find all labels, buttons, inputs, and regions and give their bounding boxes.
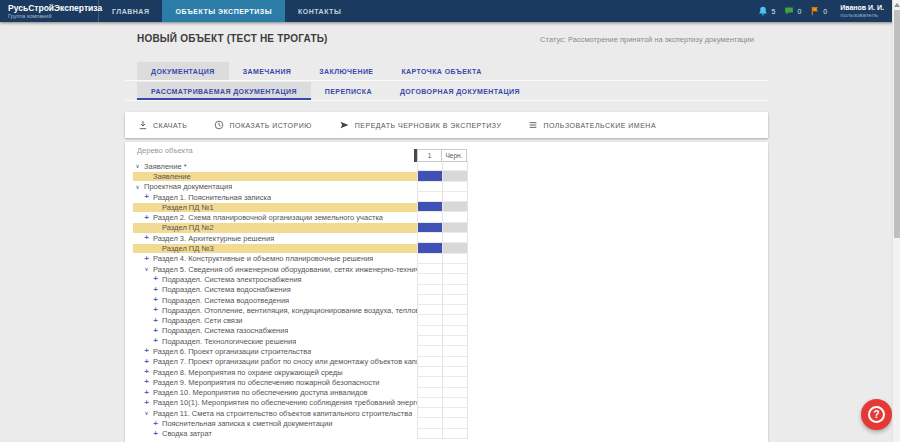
- tree-row[interactable]: +Раздел 10. Мероприятия по обеспечению д…: [125, 388, 768, 398]
- tree-row[interactable]: Раздел ПД №2: [125, 223, 768, 233]
- tab-correspondence[interactable]: ПЕРЕПИСКА: [311, 82, 386, 100]
- plus-icon[interactable]: +: [151, 336, 160, 346]
- messages-badge[interactable]: 0: [784, 6, 801, 16]
- plus-icon[interactable]: +: [142, 398, 151, 408]
- chevron-down-icon[interactable]: ∨: [142, 264, 151, 274]
- tree-row[interactable]: +Раздел 1. Пояснительная записка: [125, 192, 768, 202]
- tree-row[interactable]: +Раздел 9. Мероприятия по обеспечению по…: [125, 377, 768, 387]
- version-1-cell[interactable]: [417, 202, 442, 212]
- scroll-up-icon[interactable]: [894, 3, 900, 7]
- nav-item-expertise-objects[interactable]: ОБЪЕКТЫ ЭКСПЕРТИЗЫ: [162, 0, 285, 22]
- tree-row[interactable]: ∨Проектная документация: [125, 182, 768, 192]
- tree-row-content: Раздел ПД №1: [125, 202, 417, 212]
- tree-row[interactable]: +Подраздел. Система водоотведения: [125, 295, 768, 305]
- nav-item-home[interactable]: ГЛАВНАЯ: [99, 0, 162, 22]
- plus-icon[interactable]: +: [151, 295, 160, 305]
- tree-row-content: +Раздел 2. Схема планировочной организац…: [125, 212, 417, 222]
- tree-row[interactable]: ∨Заявление *: [125, 161, 768, 171]
- vertical-scrollbar[interactable]: [892, 0, 900, 442]
- scrollbar-thumb[interactable]: [894, 10, 900, 238]
- tree-item-label: Раздел 7. Проект организации работ по сн…: [151, 357, 417, 366]
- help-button[interactable]: ?: [861, 399, 892, 430]
- tree-row-content: +Раздел 9. Мероприятия по обеспечению по…: [125, 377, 417, 387]
- tab-object-card[interactable]: КАРТОЧКА ОБЪЕКТА: [387, 62, 495, 80]
- plus-icon[interactable]: +: [142, 388, 151, 398]
- tree-row[interactable]: +Подраздел. Система электроснабжения: [125, 274, 768, 284]
- tree-row[interactable]: +Подраздел. Сети связи: [125, 315, 768, 325]
- plus-icon[interactable]: +: [151, 429, 160, 439]
- tree-row[interactable]: Раздел ПД №3: [125, 243, 768, 253]
- tree-row[interactable]: +Пояснительная записка к сметной докумен…: [125, 418, 768, 428]
- tree-row[interactable]: +Раздел 7. Проект организации работ по с…: [125, 357, 768, 367]
- draft-cell: [442, 418, 468, 428]
- tree-row-content: ∨Раздел 11. Смета на строительство объек…: [125, 408, 417, 418]
- tree-item-label: Подраздел. Технологические решения: [160, 337, 296, 346]
- plus-icon[interactable]: +: [151, 326, 160, 336]
- plus-icon[interactable]: +: [151, 274, 160, 284]
- tree-row-content: +Подраздел. Система газоснабжения: [125, 326, 417, 336]
- plus-icon[interactable]: +: [142, 346, 151, 356]
- tree-row-content: +Подраздел. Технологические решения: [125, 336, 417, 346]
- version-1-cell[interactable]: [417, 243, 442, 253]
- tree-row[interactable]: Заявление: [125, 171, 768, 181]
- user-names-label: ПОЛЬЗОВАТЕЛЬСКИЕ ИМЕНА: [543, 122, 656, 129]
- draft-cell[interactable]: [442, 202, 468, 212]
- plus-icon[interactable]: +: [142, 213, 151, 223]
- user-names-button[interactable]: ПОЛЬЗОВАТЕЛЬСКИЕ ИМЕНА: [528, 120, 656, 130]
- tree-row[interactable]: +Раздел 10(1). Мероприятия по обеспечени…: [125, 398, 768, 408]
- tab-remarks[interactable]: ЗАМЕЧАНИЯ: [229, 62, 306, 80]
- notifications-badge[interactable]: 5: [758, 6, 775, 16]
- flags-badge[interactable]: 0: [810, 6, 827, 16]
- plus-icon[interactable]: +: [151, 316, 160, 326]
- nav-item-contacts[interactable]: КОНТАКТЫ: [285, 0, 354, 22]
- tree-row[interactable]: +Подраздел. Отопление, вентиляция, конди…: [125, 305, 768, 315]
- tab-contract-documentation[interactable]: ДОГОВОРНАЯ ДОКУМЕНТАЦИЯ: [386, 82, 534, 100]
- tree-row[interactable]: +Раздел 6. Проект организации строительс…: [125, 346, 768, 356]
- tree-row[interactable]: +Подраздел. Технологические решения: [125, 336, 768, 346]
- tree-item-label: Заявление *: [142, 162, 187, 171]
- chevron-down-icon[interactable]: ∨: [133, 161, 142, 171]
- tree-row-content: Заявление: [125, 171, 417, 181]
- tree-row[interactable]: +Раздел 8. Мероприятия по охране окружаю…: [125, 367, 768, 377]
- show-history-button[interactable]: ПОКАЗАТЬ ИСТОРИЮ: [214, 120, 311, 130]
- user-menu[interactable]: Иванов И. И. пользователь: [840, 4, 884, 19]
- draft-cell[interactable]: [442, 243, 468, 253]
- plus-icon[interactable]: +: [142, 367, 151, 377]
- tab-documentation[interactable]: ДОКУМЕНТАЦИЯ: [137, 62, 229, 80]
- plus-icon[interactable]: +: [142, 377, 151, 387]
- tree-row[interactable]: ∨Раздел 5. Сведения об инженерном оборуд…: [125, 264, 768, 274]
- tab-conclusion[interactable]: ЗАКЛЮЧЕНИЕ: [305, 62, 387, 80]
- submit-draft-button[interactable]: ПЕРЕДАТЬ ЧЕРНОВИК В ЭКСПЕРТИЗУ: [339, 120, 502, 130]
- plus-icon[interactable]: +: [142, 192, 151, 202]
- tree-row[interactable]: +Раздел 4. Конструктивные и объемно план…: [125, 254, 768, 264]
- draft-cell: [442, 429, 468, 439]
- draft-cell[interactable]: [442, 223, 468, 233]
- tree-row[interactable]: +Подраздел. Система газоснабжения: [125, 326, 768, 336]
- tab-reviewed-documentation[interactable]: РАССМАТРИВАЕМАЯ ДОКУМЕНТАЦИЯ: [137, 82, 311, 100]
- plus-icon[interactable]: +: [151, 285, 160, 295]
- version-1-cell: [417, 161, 442, 171]
- tree-item-label: Раздел 10. Мероприятия по обеспечению до…: [151, 388, 368, 397]
- plus-icon[interactable]: +: [151, 305, 160, 315]
- tree-row[interactable]: ∨Раздел 11. Смета на строительство объек…: [125, 408, 768, 418]
- user-name: Иванов И. И.: [840, 4, 884, 12]
- list-icon: [528, 120, 538, 130]
- chevron-down-icon[interactable]: ∨: [133, 182, 142, 192]
- tree-row[interactable]: Раздел ПД №1: [125, 202, 768, 212]
- tree-row[interactable]: +Раздел 2. Схема планировочной организац…: [125, 212, 768, 222]
- plus-icon[interactable]: +: [151, 419, 160, 429]
- plus-icon[interactable]: +: [142, 233, 151, 243]
- tree-row[interactable]: +Подраздел. Система водоснабжения: [125, 285, 768, 295]
- brand-logo[interactable]: РусьСтройЭкспертиза Группа компаний: [0, 0, 99, 22]
- chevron-down-icon[interactable]: ∨: [142, 408, 151, 418]
- plus-icon[interactable]: +: [142, 357, 151, 367]
- tree-item-label: Пояснительная записка к сметной документ…: [160, 419, 333, 428]
- version-1-cell[interactable]: [417, 223, 442, 233]
- version-1-cell[interactable]: [417, 171, 442, 181]
- version-1-cell: [417, 285, 442, 295]
- tree-row[interactable]: +Сводка затрат: [125, 429, 768, 439]
- tree-row[interactable]: +Раздел 3. Архитектурные решения: [125, 233, 768, 243]
- plus-icon[interactable]: +: [142, 254, 151, 264]
- download-button[interactable]: СКАЧАТЬ: [138, 120, 187, 130]
- draft-cell[interactable]: [442, 171, 468, 181]
